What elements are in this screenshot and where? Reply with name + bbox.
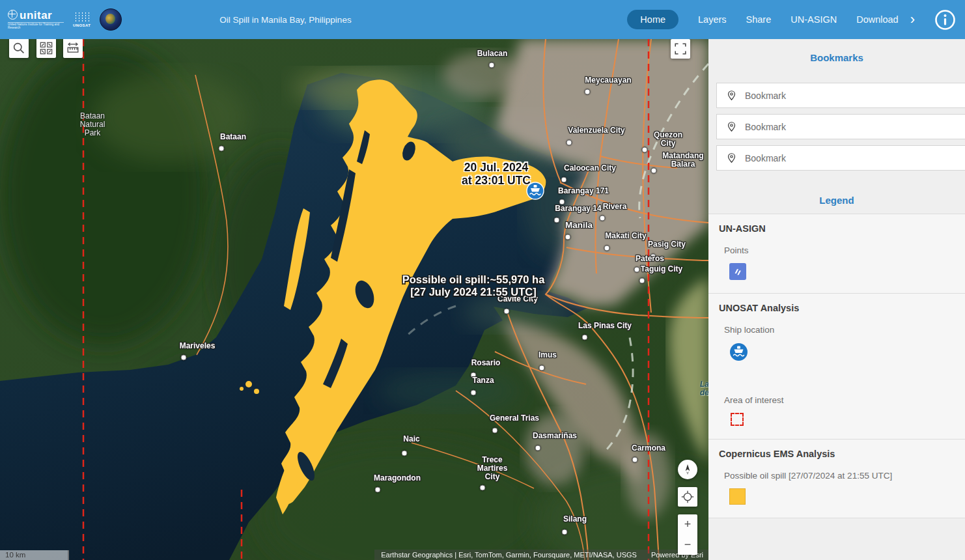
nav-item-un-asign[interactable]: UN-ASIGN	[790, 14, 837, 25]
header-bar: unitar United Nations Institute for Trai…	[0, 0, 965, 39]
bookmark-item[interactable]: Bookmark	[716, 145, 965, 171]
four-squares-arrows-icon	[38, 40, 55, 57]
logo-group: unitar United Nations Institute for Trai…	[0, 8, 122, 31]
map-pin-icon	[726, 121, 737, 132]
unitar-wordmark: unitar	[20, 10, 52, 21]
ship-location-marker	[527, 182, 544, 199]
fullscreen-button[interactable]	[671, 39, 690, 59]
search-button[interactable]	[9, 39, 29, 58]
un-emblem-badge	[100, 8, 122, 31]
measure-ruler-icon	[64, 40, 81, 57]
unitar-tagline: United Nations Institute for Training an…	[8, 22, 64, 29]
nav-overflow-chevron-icon[interactable]: ›	[910, 12, 915, 27]
satellite-basemap	[0, 39, 708, 560]
locate-button[interactable]	[678, 487, 697, 507]
nav-item-share[interactable]: Share	[746, 14, 772, 25]
top-nav: Home Layers Share UN-ASIGN Download ›	[627, 9, 965, 31]
app-window: unitar United Nations Institute for Trai…	[0, 0, 965, 560]
nav-item-download[interactable]: Download	[856, 14, 899, 25]
points-swatch-icon	[729, 263, 746, 280]
search-icon	[10, 40, 27, 57]
scale-bar: 10 km	[0, 550, 69, 560]
info-icon[interactable]	[934, 9, 956, 31]
map-canvas[interactable]: BulacanMeycauayanValenzuela CityQuezon C…	[0, 39, 708, 560]
legend-section-un-asign: UN-ASIGN Points	[708, 214, 965, 293]
attribution-text: Earthstar Geographics | Esri, TomTom, Ga…	[381, 551, 637, 559]
zoom-in-button[interactable]: +	[678, 514, 697, 535]
zoom-out-button[interactable]: −	[678, 535, 697, 555]
area-of-interest-swatch-icon	[731, 413, 744, 426]
compass-button[interactable]	[678, 460, 697, 479]
right-panel: Bookmarks Bookmark Bookmark	[708, 39, 965, 560]
un-globe-icon	[8, 10, 18, 20]
oil-spill-swatch-icon	[729, 488, 746, 505]
fullscreen-icon	[672, 40, 689, 57]
bookmarks-title: Bookmarks	[708, 52, 965, 63]
legend-section-unosat: UNOSAT Analysis Ship location Area of in…	[708, 293, 965, 439]
compass-needle-icon	[680, 462, 695, 477]
measure-button[interactable]	[63, 39, 83, 58]
ship-location-swatch-icon	[729, 343, 958, 364]
unosat-dots-icon	[74, 12, 90, 23]
unosat-logo: UNOSAT	[73, 12, 91, 27]
nav-item-layers[interactable]: Layers	[698, 14, 727, 25]
legend-section-copernicus: Copernicus EMS Analysis Possible oil spi…	[708, 439, 965, 518]
bookmark-list: Bookmark Bookmark Bookmark	[708, 83, 965, 171]
bookmarks-widget: Bookmarks Bookmark Bookmark	[708, 39, 965, 171]
page-title: Oil Spill in Manila Bay, Philippines	[219, 15, 351, 25]
legend-widget: Legend UN-ASIGN Points UNOSAT Analysis S…	[708, 195, 965, 518]
bookmark-item[interactable]: Bookmark	[716, 114, 965, 139]
legend-title: Legend	[708, 195, 965, 206]
extent-tools-button[interactable]	[36, 39, 56, 58]
nav-item-home[interactable]: Home	[627, 10, 678, 29]
zoom-control: + −	[678, 514, 697, 555]
unitar-logo: unitar United Nations Institute for Trai…	[8, 10, 64, 29]
map-pin-icon	[726, 152, 737, 163]
bookmark-item[interactable]: Bookmark	[716, 83, 965, 108]
locate-crosshair-icon	[680, 489, 695, 505]
map-pin-icon	[726, 90, 737, 101]
map-attribution: Earthstar Geographics | Esri, TomTom, Ga…	[374, 550, 708, 560]
